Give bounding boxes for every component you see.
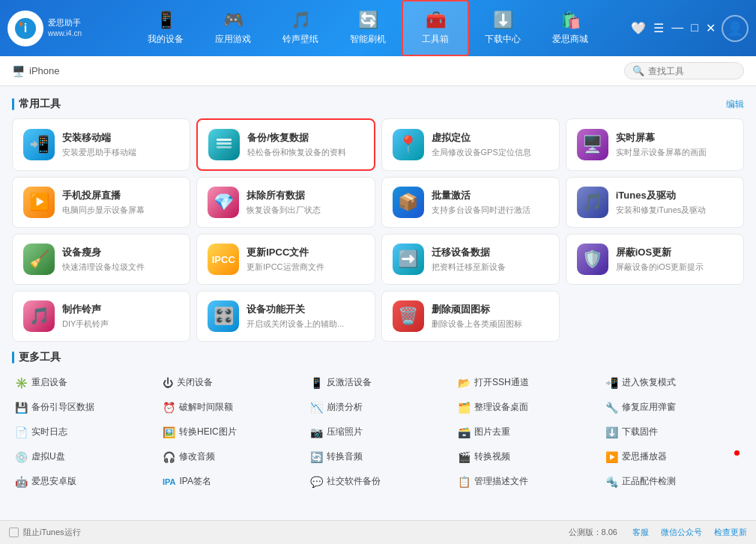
more-tool-organize[interactable]: 🗂️ 整理设备桌面	[455, 396, 596, 418]
more-tool-shutdown[interactable]: ⏻ 关闭设备	[160, 372, 301, 393]
organize-label: 整理设备桌面	[474, 401, 528, 414]
menu-icon[interactable]: ☰	[653, 21, 664, 35]
tool-device-slim[interactable]: 🧹 设备瘦身 快速清理设备垃圾文件	[12, 234, 190, 285]
nav-store[interactable]: 🛍️ 爱思商城	[536, 0, 604, 56]
more-tool-deactivate[interactable]: 📱 反激活设备	[307, 372, 449, 393]
more-tool-audio[interactable]: 🎧 修改音频	[160, 446, 301, 468]
more-tool-profile[interactable]: 📋 管理描述文件	[455, 471, 596, 492]
more-tool-genuine[interactable]: 🔩 正品配件检测	[602, 471, 744, 492]
install-mobile-info: 安装移动端 安装爱思助手移动端	[62, 131, 179, 158]
svg-text:i: i	[24, 22, 27, 34]
more-tool-fix-crash[interactable]: 🔧 修复应用弹窗	[602, 396, 744, 418]
video-icon: 🎬	[458, 451, 471, 463]
erase-all-icon: 💎	[208, 187, 239, 218]
nav-app-games[interactable]: 🎮 应用游戏	[199, 0, 267, 56]
compress-label: 压缩照片	[327, 426, 363, 438]
delete-icons-desc: 删除设备上各类顽固图标	[432, 318, 548, 330]
header: i 爱思助手 www.i4.cn 📱 我的设备 🎮 应用游戏 🎵 铃声壁纸 🔄 …	[0, 0, 756, 56]
wechat-link[interactable]: 微信公众号	[661, 527, 702, 538]
more-tool-log[interactable]: 📄 实时日志	[12, 421, 154, 443]
service-link[interactable]: 客服	[632, 527, 649, 538]
more-tool-convert-audio[interactable]: 🔄 转换音频	[307, 446, 449, 468]
itunes-driver-desc: 安装和修复iTunes及驱动	[616, 205, 733, 216]
nav-toolbox[interactable]: 🧰 工具箱	[402, 0, 469, 56]
backup-restore-name: 备份/恢复数据	[247, 131, 363, 145]
maximize-icon[interactable]: □	[691, 21, 698, 35]
more-tool-compress[interactable]: 📷 压缩照片	[307, 421, 449, 443]
block-ios-name: 屏蔽iOS更新	[616, 246, 733, 259]
more-tool-crash[interactable]: 📉 崩溃分析	[307, 396, 449, 418]
more-tool-heic[interactable]: 🖼️ 转换HEIC图片	[160, 421, 301, 443]
common-tools-grid: 📲 安装移动端 安装爱思助手移动端 备份/恢复数据 轻松备份和恢复设备的资料 📍	[12, 118, 744, 342]
nav-smart-flash[interactable]: 🔄 智能刷机	[334, 0, 402, 56]
tool-realtime-screen[interactable]: 🖥️ 实时屏幕 实时显示设备屏幕的画面	[566, 118, 744, 171]
nav-ringtone[interactable]: 🎵 铃声壁纸	[267, 0, 334, 56]
update-link[interactable]: 检查更新	[714, 527, 747, 538]
more-tool-firmware[interactable]: ⬇️ 下载固件	[602, 421, 744, 443]
footer-right: 客服 微信公众号 检查更新	[632, 527, 747, 538]
nav-download[interactable]: ⬇️ 下载中心	[469, 0, 536, 56]
search-icon: 🔍	[632, 65, 644, 76]
nav-download-icon: ⬇️	[493, 10, 513, 30]
tool-erase-all[interactable]: 💎 抹除所有数据 恢复设备到出厂状态	[196, 177, 375, 228]
tool-phone-cast[interactable]: ▶️ 手机投屏直播 电脑同步显示设备屏幕	[12, 177, 190, 228]
logo-area: i 爱思助手 www.i4.cn	[7, 10, 105, 46]
ssh-label: 打开SSH通道	[474, 376, 529, 389]
user-avatar[interactable]: 👤	[722, 15, 749, 42]
minimize-icon[interactable]: —	[671, 21, 683, 35]
more-tool-player[interactable]: ▶️ 爱思播放器	[602, 446, 744, 468]
virtual-location-info: 虚拟定位 全局修改设备GPS定位信息	[432, 131, 548, 158]
edit-button[interactable]: 编辑	[726, 98, 744, 111]
close-icon[interactable]: ✕	[706, 21, 716, 35]
itunes-checkbox[interactable]	[9, 528, 19, 537]
more-tool-social[interactable]: 💬 社交软件备份	[307, 471, 449, 492]
search-input[interactable]	[648, 66, 738, 76]
nav-my-device[interactable]: 📱 我的设备	[132, 0, 199, 56]
virtual-location-icon: 📍	[393, 129, 424, 160]
tool-block-ios[interactable]: 🛡️ 屏蔽iOS更新 屏蔽设备的iOS更新提示	[566, 234, 744, 285]
more-tool-android[interactable]: 🤖 爱思安卓版	[12, 471, 154, 492]
tool-device-func[interactable]: 🎛️ 设备功能开关 开启或关闭设备上的辅助...	[196, 291, 375, 342]
more-tool-video[interactable]: 🎬 转换视频	[455, 446, 596, 468]
nav-app-icon: 🎮	[223, 10, 244, 30]
tool-virtual-location[interactable]: 📍 虚拟定位 全局修改设备GPS定位信息	[381, 118, 560, 171]
block-ios-icon: 🛡️	[577, 244, 608, 275]
more-tool-recovery[interactable]: 📲 进入恢复模式	[602, 372, 744, 393]
tool-batch-activate[interactable]: 📦 批量激活 支持多台设备同时进行激活	[381, 177, 560, 228]
heic-label: 转换HEIC图片	[179, 426, 237, 438]
nav-store-label: 爱思商城	[552, 33, 588, 46]
footer: 阻止iTunes运行 公测版：8.06 客服 微信公众号 检查更新	[0, 520, 756, 544]
compress-icon: 📷	[310, 426, 323, 438]
ssh-icon: 📂	[458, 377, 471, 389]
delete-icons-icon: 🗑️	[393, 300, 424, 332]
itunes-label: 阻止iTunes运行	[23, 527, 81, 538]
more-tool-udisk[interactable]: 💿 虚拟U盘	[12, 446, 154, 468]
nav-ringtone-icon: 🎵	[291, 10, 311, 30]
more-tool-break-time[interactable]: ⏰ 破解时间限额	[160, 396, 301, 418]
tool-install-mobile[interactable]: 📲 安装移动端 安装爱思助手移动端	[12, 118, 190, 171]
tool-delete-icons[interactable]: 🗑️ 删除顽固图标 删除设备上各类顽固图标	[381, 291, 560, 342]
nav-device-icon: 📱	[156, 10, 176, 30]
crash-icon: 📉	[310, 402, 323, 414]
backup-restore-info: 备份/恢复数据 轻松备份和恢复设备的资料	[247, 131, 363, 158]
update-ipcc-desc: 更新IPCC运营商文件	[247, 262, 363, 273]
more-tool-backup-guide[interactable]: 💾 备份引导区数据	[12, 396, 154, 418]
tool-itunes-driver[interactable]: 🎵 iTunes及驱动 安装和修复iTunes及驱动	[566, 177, 744, 228]
svg-rect-4	[217, 146, 232, 148]
tool-migrate-data[interactable]: ➡️ 迁移设备数据 把资料迁移至新设备	[381, 234, 560, 285]
tool-update-ipcc[interactable]: IPCC 更新IPCC文件 更新IPCC运营商文件	[196, 234, 375, 285]
heart-icon[interactable]: 🤍	[631, 21, 646, 35]
more-tool-ssh[interactable]: 📂 打开SSH通道	[455, 372, 596, 393]
shutdown-label: 关闭设备	[177, 376, 213, 389]
search-box[interactable]: 🔍	[624, 62, 744, 79]
more-tool-dedup[interactable]: 🗃️ 图片去重	[455, 421, 596, 443]
migrate-data-icon: ➡️	[393, 244, 424, 275]
make-ringtone-desc: DIY手机铃声	[62, 318, 179, 330]
tool-make-ringtone[interactable]: 🎵 制作铃声 DIY手机铃声	[12, 291, 190, 342]
more-tool-ipa-sign[interactable]: IPA IPA签名	[160, 471, 301, 492]
android-icon: 🤖	[15, 476, 28, 488]
convert-audio-icon: 🔄	[310, 451, 323, 463]
player-dot	[734, 450, 740, 456]
tool-backup-restore[interactable]: 备份/恢复数据 轻松备份和恢复设备的资料	[196, 118, 375, 171]
more-tool-reboot[interactable]: ✳️ 重启设备	[12, 372, 154, 393]
